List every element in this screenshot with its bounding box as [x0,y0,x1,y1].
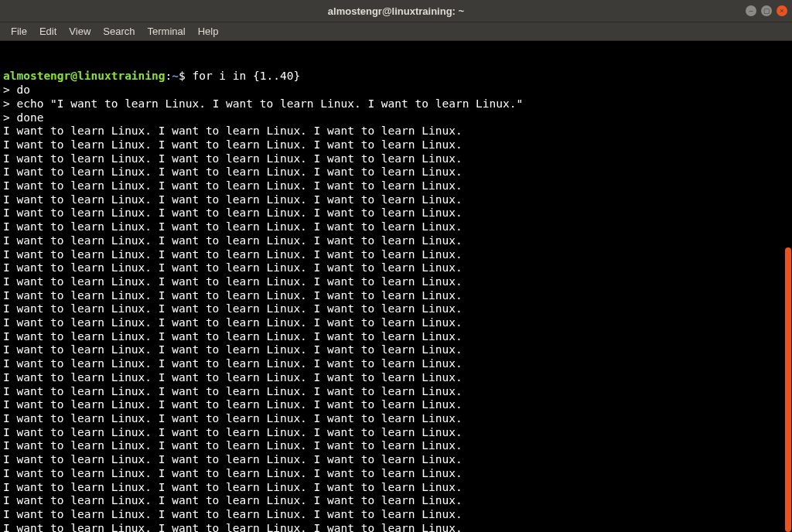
menu-view[interactable]: View [63,23,97,39]
menu-search[interactable]: Search [97,23,141,39]
menu-help[interactable]: Help [192,23,225,39]
scroll-thumb[interactable] [785,247,791,532]
menubar: File Edit View Search Terminal Help [0,22,792,41]
window-controls: – ▢ × [746,5,787,16]
minimize-button[interactable]: – [746,5,756,16]
menu-terminal[interactable]: Terminal [142,23,192,39]
terminal-area[interactable]: almostengr@linuxtraining:~$ for i in {1.… [0,41,792,532]
menu-edit[interactable]: Edit [33,23,63,39]
scrollbar[interactable] [784,41,792,532]
maximize-button[interactable]: ▢ [761,5,772,16]
close-button[interactable]: × [777,5,787,16]
window-titlebar: almostengr@linuxtraining: ~ – ▢ × [0,0,792,22]
window-title: almostengr@linuxtraining: ~ [328,5,464,17]
menu-file[interactable]: File [5,23,33,39]
terminal-content: almostengr@linuxtraining:~$ for i in {1.… [3,70,789,532]
